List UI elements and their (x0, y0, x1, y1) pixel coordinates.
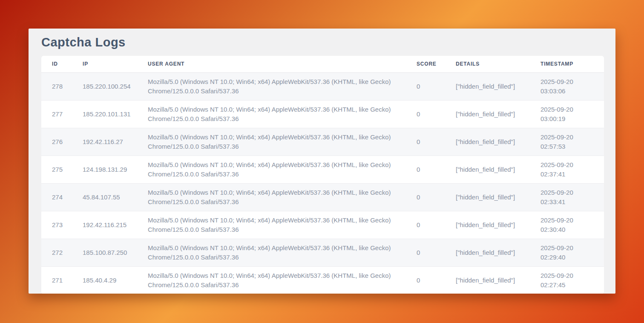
cell-timestamp: 2025-09-20 03:00:19 (530, 100, 604, 128)
cell-details: ["hidden_field_filled"] (445, 128, 530, 156)
cell-details: ["hidden_field_filled"] (445, 156, 530, 183)
cell-user_agent: Mozilla/5.0 (Windows NT 10.0; Win64; x64… (137, 239, 406, 266)
cell-details: ["hidden_field_filled"] (445, 211, 530, 239)
cell-score: 0 (406, 100, 445, 128)
cell-ip: 45.84.107.55 (72, 183, 137, 211)
cell-details: ["hidden_field_filled"] (445, 72, 530, 100)
cell-timestamp: 2025-09-20 03:03:06 (530, 72, 604, 100)
cell-ip: 185.40.4.29 (72, 266, 137, 294)
log-table-body: 278185.220.100.254Mozilla/5.0 (Windows N… (41, 72, 604, 294)
cell-ip: 124.198.131.29 (72, 156, 137, 183)
cell-score: 0 (406, 72, 445, 100)
cell-score: 0 (406, 266, 445, 294)
column-header-ip: IP (72, 56, 137, 72)
cell-timestamp: 2025-09-20 02:37:41 (530, 156, 604, 183)
cell-details: ["hidden_field_filled"] (445, 183, 530, 211)
table-row: 275124.198.131.29Mozilla/5.0 (Windows NT… (41, 156, 604, 183)
column-header-score: SCORE (406, 56, 445, 72)
cell-timestamp: 2025-09-20 02:27:45 (530, 266, 604, 294)
column-header-user_agent: USER AGENT (137, 56, 406, 72)
cell-id: 277 (41, 100, 72, 128)
cell-id: 271 (41, 266, 72, 294)
cell-user_agent: Mozilla/5.0 (Windows NT 10.0; Win64; x64… (137, 100, 406, 128)
cell-timestamp: 2025-09-20 02:33:41 (530, 183, 604, 211)
cell-timestamp: 2025-09-20 02:30:40 (530, 211, 604, 239)
cell-user_agent: Mozilla/5.0 (Windows NT 10.0; Win64; x64… (137, 266, 406, 294)
cell-details: ["hidden_field_filled"] (445, 100, 530, 128)
cell-id: 274 (41, 183, 72, 211)
cell-score: 0 (406, 156, 445, 183)
cell-score: 0 (406, 239, 445, 266)
log-table: IDIPUSER AGENTSCOREDETAILSTIMESTAMP 2781… (41, 56, 604, 294)
table-row: 271185.40.4.29Mozilla/5.0 (Windows NT 10… (41, 266, 604, 294)
cell-user_agent: Mozilla/5.0 (Windows NT 10.0; Win64; x64… (137, 72, 406, 100)
header-row: IDIPUSER AGENTSCOREDETAILSTIMESTAMP (41, 56, 604, 72)
cell-user_agent: Mozilla/5.0 (Windows NT 10.0; Win64; x64… (137, 128, 406, 156)
cell-score: 0 (406, 183, 445, 211)
cell-score: 0 (406, 128, 445, 156)
cell-ip: 192.42.116.27 (72, 128, 137, 156)
log-table-container: IDIPUSER AGENTSCOREDETAILSTIMESTAMP 2781… (41, 56, 604, 294)
cell-id: 278 (41, 72, 72, 100)
table-row: 276192.42.116.27Mozilla/5.0 (Windows NT … (41, 128, 604, 156)
log-table-header: IDIPUSER AGENTSCOREDETAILSTIMESTAMP (41, 56, 604, 72)
cell-ip: 185.100.87.250 (72, 239, 137, 266)
column-header-details: DETAILS (445, 56, 530, 72)
page-title: Captcha Logs (41, 35, 615, 49)
cell-ip: 192.42.116.215 (72, 211, 137, 239)
cell-timestamp: 2025-09-20 02:57:53 (530, 128, 604, 156)
cell-user_agent: Mozilla/5.0 (Windows NT 10.0; Win64; x64… (137, 183, 406, 211)
cell-details: ["hidden_field_filled"] (445, 239, 530, 266)
cell-ip: 185.220.100.254 (72, 72, 137, 100)
cell-score: 0 (406, 211, 445, 239)
cell-id: 273 (41, 211, 72, 239)
table-row: 273192.42.116.215Mozilla/5.0 (Windows NT… (41, 211, 604, 239)
table-row: 272185.100.87.250Mozilla/5.0 (Windows NT… (41, 239, 604, 266)
cell-id: 276 (41, 128, 72, 156)
table-row: 278185.220.100.254Mozilla/5.0 (Windows N… (41, 72, 604, 100)
table-row: 277185.220.101.131Mozilla/5.0 (Windows N… (41, 100, 604, 128)
column-header-id: ID (41, 56, 72, 72)
cell-timestamp: 2025-09-20 02:29:40 (530, 239, 604, 266)
cell-ip: 185.220.101.131 (72, 100, 137, 128)
cell-id: 275 (41, 156, 72, 183)
cell-details: ["hidden_field_filled"] (445, 266, 530, 294)
column-header-timestamp: TIMESTAMP (530, 56, 604, 72)
table-row: 27445.84.107.55Mozilla/5.0 (Windows NT 1… (41, 183, 604, 211)
captcha-logs-card: Captcha Logs IDIPUSER AGENTSCOREDETAILST… (29, 29, 615, 294)
cell-user_agent: Mozilla/5.0 (Windows NT 10.0; Win64; x64… (137, 211, 406, 239)
cell-id: 272 (41, 239, 72, 266)
cell-user_agent: Mozilla/5.0 (Windows NT 10.0; Win64; x64… (137, 156, 406, 183)
